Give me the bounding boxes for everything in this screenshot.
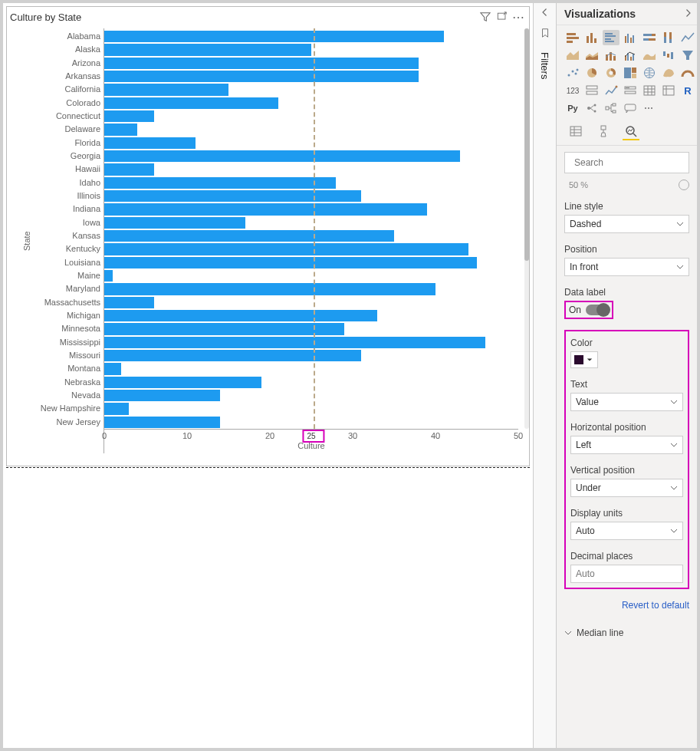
vpos-select[interactable]: Under [570,479,683,497]
line-chart-icon[interactable] [679,30,696,45]
table-icon[interactable] [641,83,658,98]
donut-icon[interactable] [603,65,619,81]
bar[interactable] [104,217,245,229]
line-clustered-column-icon[interactable] [622,48,639,63]
bar[interactable] [104,58,419,69]
clustered-column-icon[interactable] [622,30,639,45]
treemap-icon[interactable] [622,65,639,81]
text-select[interactable]: Value [570,393,683,411]
reset-icon[interactable] [679,180,689,190]
bar[interactable] [104,230,394,242]
color-picker[interactable] [570,351,598,368]
bar[interactable] [104,243,468,255]
card-icon[interactable]: 123 [564,83,581,98]
bar[interactable] [104,177,336,189]
bar[interactable] [104,270,113,282]
display-units-select[interactable]: Auto [570,522,683,540]
ribbon-chart-icon[interactable] [641,48,658,63]
stacked-area-icon[interactable] [583,48,600,63]
y-axis-tick-label: Indiana [33,203,104,216]
multi-row-card-icon[interactable] [583,83,600,98]
position-select[interactable]: In front [564,258,689,276]
bar[interactable] [104,403,129,414]
scatter-icon[interactable] [564,65,581,81]
funnel-icon[interactable] [679,48,696,63]
bar[interactable] [104,137,196,149]
filters-rail[interactable]: Filters [533,3,556,748]
chart-scrollbar[interactable] [524,28,529,429]
bar[interactable] [104,323,344,334]
bar[interactable] [104,71,419,82]
bar[interactable] [104,390,220,401]
slicer-icon[interactable] [622,83,639,98]
chevron-right-icon[interactable] [683,8,692,20]
y-axis-tick-label: Nevada [33,389,104,402]
gauge-icon[interactable] [679,65,696,81]
area-chart-icon[interactable] [564,48,581,63]
stacked-bar-100-icon[interactable] [641,30,658,45]
bar[interactable] [104,310,377,321]
fields-tab-icon[interactable] [567,124,584,140]
bar[interactable] [104,84,228,95]
r-visual-icon[interactable]: R [679,83,696,98]
clustered-bar-icon[interactable] [603,30,619,45]
scrollbar-thumb[interactable] [524,28,529,261]
stacked-column-icon[interactable] [583,30,600,45]
median-line-section[interactable]: Median line [564,623,689,643]
format-tab-icon[interactable] [595,124,612,140]
bar[interactable] [104,363,121,374]
stacked-bar-icon[interactable] [564,30,581,45]
bar[interactable] [104,97,278,109]
x-axis-tick-label: 10 [182,431,192,440]
more-options-icon[interactable]: ⋯ [512,10,526,24]
bar[interactable] [104,190,361,202]
bookmark-icon[interactable] [540,28,550,41]
key-influencers-icon[interactable] [583,100,600,116]
stacked-column-100-icon[interactable] [660,30,677,45]
search-input[interactable] [564,152,689,173]
filters-label[interactable]: Filters [539,52,550,79]
report-canvas[interactable]: Culture by State ⋯ State AlabamaAlaskaAr… [3,3,533,748]
bar[interactable] [104,297,154,308]
filled-map-icon[interactable] [660,65,677,81]
hpos-select[interactable]: Left [570,436,683,454]
data-label-toggle[interactable] [586,305,609,315]
focus-mode-icon[interactable] [495,10,509,24]
map-icon[interactable] [641,65,658,81]
visual-card[interactable]: Culture by State ⋯ State AlabamaAlaskaAr… [6,6,530,466]
bar[interactable] [104,44,311,55]
bar[interactable] [104,110,154,122]
analytics-tab-icon[interactable] [623,124,639,140]
bar[interactable] [104,283,435,295]
svg-rect-47 [587,91,597,94]
qa-visual-icon[interactable] [622,100,639,116]
bar[interactable] [104,350,361,361]
revert-to-default-link[interactable]: Revert to default [564,600,689,611]
pie-icon[interactable] [583,65,600,81]
search-field[interactable] [574,157,689,168]
py-visual-icon[interactable]: Py [564,100,581,116]
bar[interactable] [104,377,261,388]
y-axis-tick-label: Alabama [33,30,104,43]
more-visuals-icon[interactable]: ⋯ [641,100,658,116]
bar[interactable] [104,124,137,135]
decomposition-tree-icon[interactable] [603,100,619,116]
waterfall-icon[interactable] [660,48,677,63]
chevron-left-icon[interactable] [541,6,550,20]
reference-line [314,28,315,429]
bar[interactable] [104,150,460,162]
y-axis-tick-label: Maine [33,269,104,282]
filter-icon[interactable] [478,10,492,24]
bar[interactable] [104,163,154,175]
decimal-places-input[interactable]: Auto [570,565,683,583]
matrix-icon[interactable] [660,83,677,98]
bar[interactable] [104,417,220,428]
bar[interactable] [104,203,427,215]
kpi-icon[interactable] [603,83,619,98]
bar[interactable] [104,31,444,42]
bar[interactable] [104,257,477,268]
bar[interactable] [104,337,485,348]
line-stacked-column-icon[interactable] [603,48,619,63]
line-style-select[interactable]: Dashed [564,215,689,233]
y-axis-tick-label: Illinois [33,189,104,203]
